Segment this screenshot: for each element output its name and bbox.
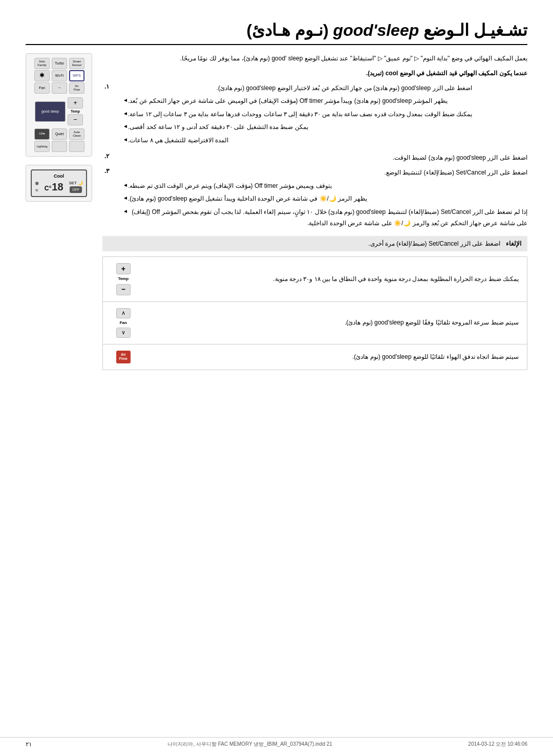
- bullet-1-1: يظهر المؤشر good'sleep (نوم هادئ) ويبدأ …: [120, 96, 472, 107]
- blank-btn-1: ~: [52, 82, 67, 94]
- cancel-text: اضغط على الزر Set/Cancel (ضبط/إلغاء) مرة…: [368, 240, 500, 247]
- remote-panel-bottom: Cool 🌙 SET OFF 18 °C: [26, 165, 92, 202]
- footer-right: 2014-03-12 오전 10:46:06: [468, 741, 527, 748]
- remote-buttons-top: SmartSensor Turbo SoloFamily WPS Wi-Fi ✱…: [33, 58, 84, 94]
- blank-btn-2: [69, 141, 84, 152]
- step-3-text: اضغط على الزر Set/Cancel (ضبط/إلغاء) لتن…: [385, 169, 527, 176]
- content-area: يعمل المكيف الهوائي في وضع "بداية النوم"…: [26, 53, 527, 370]
- title-suffix: (نـوم هـادئ): [247, 21, 329, 39]
- bullet-1-4: المدة الافتراضية للتشغيل هي ٨ ساعات.: [120, 135, 472, 146]
- feature-airflow-icon: AirFlow: [103, 344, 144, 370]
- bold-line: عندما يكون المكيف الهوائي قيد التشغيل في…: [102, 70, 527, 77]
- bullet-3-3: إذا لم تضغط على الزر Set/Cancel (ضبط/إلغ…: [120, 207, 527, 229]
- feature-fan-icon: ∧ Fan ∨: [103, 301, 144, 344]
- display-mode-label: Cool: [35, 174, 83, 179]
- step-1-bullets: يظهر المؤشر good'sleep (نوم هادئ) ويبدأ …: [120, 96, 472, 146]
- good-sleep-btn-remote: good sleep: [35, 101, 66, 122]
- airflow-button-icon: AirFlow: [116, 351, 131, 363]
- bullet-1-3: يمكن ضبط مدة التشغيل على ٣٠ دقيقة كحد أد…: [120, 122, 472, 133]
- temp-label-icon: Temp: [118, 275, 129, 283]
- asterisk-btn: ✱: [34, 70, 50, 81]
- display-icons-top: 🌙 SET: [69, 181, 83, 185]
- wave-icon: ≈: [35, 187, 38, 193]
- remote-panel-top: SmartSensor Turbo SoloFamily WPS Wi-Fi ✱…: [26, 53, 92, 157]
- fan-btn-remote: Fan: [34, 82, 50, 94]
- temp-plus-icon: +: [116, 263, 131, 274]
- auto-clean-btn: AutoClean: [69, 128, 84, 140]
- lighting-btn: Lighting: [34, 141, 50, 152]
- title-arabic: تشـغيـل الـوضع: [423, 21, 527, 39]
- feature-fan-text: سيتم ضبط سرعة المروحة تلقائيًا وفقًا للو…: [144, 301, 527, 344]
- fan-icon-group: ∧ Fan ∨: [111, 308, 136, 338]
- step-3-bullets: يتوقف ويميض مؤشر Off timer (مؤقت الإيقاف…: [120, 181, 527, 229]
- turbo-btn: Turbo: [52, 58, 67, 69]
- temp-minus-remote: −: [68, 114, 83, 125]
- footer-left: 나이지리아, 사우디향 FAC MEMORY 냉방_IBIM_AR_03794A…: [167, 741, 332, 748]
- fan-up-icon: ∧: [116, 308, 131, 318]
- page-container: تشـغيـل الـوضع good'sleep (نـوم هـادئ) ي…: [0, 0, 553, 756]
- feature-temp-icon: + Temp −: [103, 257, 144, 301]
- wps-btn: WPS: [69, 70, 84, 81]
- step-1-text: اضغط على الزر good'sleep (نوم هادئ) من ج…: [217, 84, 473, 92]
- feature-airflow-text: سيتم ضبط اتجاه تدفق الهواء تلقائيًا للوض…: [144, 344, 527, 370]
- fan-down-icon: ∨: [116, 328, 131, 338]
- page-footer: ٢١ 나이지리아, 사우디향 FAC MEMORY 냉방_IBIM_AR_037…: [0, 737, 553, 751]
- display-temp-unit: °C: [45, 185, 51, 192]
- step-3-num: ٣.: [104, 167, 115, 175]
- text-section: يعمل المكيف الهوائي في وضع "بداية النوم"…: [102, 53, 527, 370]
- off-btn-remote: ●Off: [34, 128, 50, 140]
- table-row: يمكنك ضبط درجة الحرارة المطلوبة بمعدل در…: [103, 257, 527, 301]
- temp-remote-group: + Temp −: [68, 97, 83, 125]
- temp-display-group: 18 °C: [45, 181, 63, 193]
- right-panel: SmartSensor Turbo SoloFamily WPS Wi-Fi ✱…: [26, 53, 92, 370]
- feature-temp-text: يمكنك ضبط درجة الحرارة المطلوبة بمعدل در…: [144, 257, 527, 301]
- step-2: ٢. اضغط على الزر good'sleep (نوم هادئ) ل…: [102, 153, 527, 164]
- step-1: ١. اضغط على الزر good'sleep (نوم هادئ) م…: [102, 83, 527, 148]
- step-1-num: ١.: [104, 83, 115, 90]
- moon-icon: 🌙: [78, 181, 83, 185]
- bottom-remote-buttons: AutoClean Quiet ●Off Lighting: [33, 128, 84, 152]
- blank-btn-3: [52, 141, 67, 152]
- set-label: SET: [69, 181, 77, 185]
- fan-label-icon: Fan: [120, 319, 127, 327]
- display-panel: Cool 🌙 SET OFF 18 °C: [31, 169, 87, 197]
- display-off-button: OFF: [70, 186, 82, 193]
- display-temp-value: 18: [52, 181, 63, 193]
- quiet-btn: Quiet: [52, 128, 67, 140]
- bullet-3-2: يظهر الرمز 🌙/☀️ في شاشة عرض الوحدة الداخ…: [120, 193, 527, 205]
- cancel-label: الإلغاء: [506, 240, 521, 247]
- feature-table: يمكنك ضبط درجة الحرارة المطلوبة بمعدل در…: [102, 256, 527, 370]
- wifi-btn: Wi-Fi: [52, 70, 67, 81]
- solo-family-btn: SoloFamily: [34, 58, 50, 69]
- snowflake-icon: ❄: [35, 181, 39, 186]
- page-title: تشـغيـل الـوضع good'sleep (نـوم هـادئ): [26, 20, 527, 45]
- intro-paragraph: يعمل المكيف الهوائي في وضع "بداية النوم"…: [102, 53, 527, 64]
- step-2-text: اضغط على الزر good'sleep (نوم هادئ) لضبط…: [115, 153, 527, 164]
- display-left-group: 🌙 SET OFF: [69, 181, 83, 193]
- display-right-icons: ❄ ≈: [35, 181, 39, 193]
- temp-fan-row: + Temp − good sleep: [35, 97, 83, 125]
- airflow-btn-remote: AirFlow: [69, 82, 84, 94]
- steps-list: ١. اضغط على الزر good'sleep (نوم هادئ) م…: [102, 83, 527, 231]
- step-2-num: ٢.: [104, 153, 115, 160]
- cancel-box: الإلغاء اضغط على الزر Set/Cancel (ضبط/إل…: [102, 236, 527, 251]
- bullet-3-1: يتوقف ويميض مؤشر Off timer (مؤقت الإيقاف…: [120, 181, 527, 192]
- temp-icon-group: + Temp −: [111, 263, 136, 295]
- page-number: ٢١: [26, 741, 32, 748]
- airflow-icon-group: AirFlow: [111, 351, 136, 363]
- table-row: سيتم ضبط سرعة المروحة تلقائيًا وفقًا للو…: [103, 301, 527, 344]
- temp-plus-remote: +: [68, 97, 83, 109]
- temp-minus-icon: −: [116, 284, 131, 295]
- temp-label-remote: Temp: [71, 110, 80, 113]
- bullet-1-2: يمكنك ضبط الوقت بمعدل وحدات قدره نصف ساع…: [120, 109, 472, 120]
- display-main-row: 🌙 SET OFF 18 °C ❄ ≈: [35, 181, 83, 193]
- step-3: ٣. اضغط على الزر Set/Cancel (ضبط/إلغاء) …: [102, 167, 527, 231]
- title-latin: good'sleep: [333, 21, 419, 39]
- table-row: سيتم ضبط اتجاه تدفق الهواء تلقائيًا للوض…: [103, 344, 527, 370]
- smart-sensor-btn: SmartSensor: [69, 58, 84, 69]
